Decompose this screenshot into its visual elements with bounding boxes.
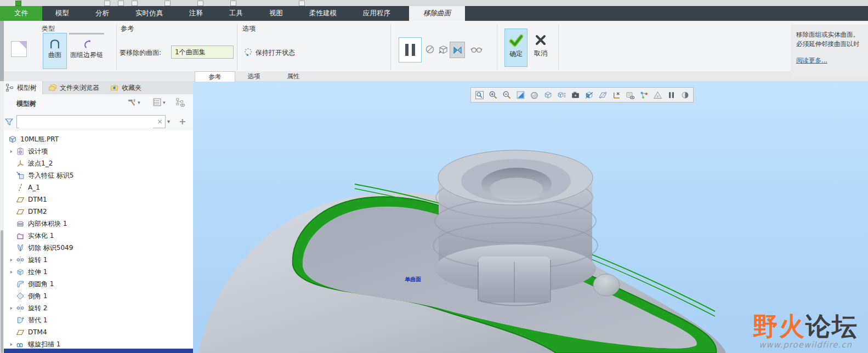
- navigator-tab-favorites[interactable]: 收藏夹: [105, 81, 147, 94]
- tree-item[interactable]: DTM2: [9, 206, 47, 218]
- quick-access-icon[interactable]: [164, 1, 171, 6]
- tree-item[interactable]: 导入特征 标识5: [9, 169, 73, 181]
- tree-item[interactable]: 螺旋扫描 1: [9, 338, 60, 349]
- quick-access-icon[interactable]: [118, 1, 124, 6]
- pause-icon: [667, 90, 676, 100]
- filter-funnel-icon[interactable]: [4, 117, 14, 127]
- quick-access-icon[interactable]: [299, 1, 305, 6]
- saved-orientations-button[interactable]: [555, 89, 568, 101]
- selection-label: 单曲面: [405, 276, 421, 283]
- ok-button[interactable]: 确定: [504, 29, 527, 67]
- tree-scrollbar[interactable]: [0, 81, 4, 353]
- tree-settings-button[interactable]: ▾: [152, 98, 166, 107]
- tree-item[interactable]: 10ML瓶.PRT: [8, 133, 59, 145]
- tree-item[interactable]: 旋转 2: [9, 302, 47, 314]
- axis-display-button[interactable]: [610, 89, 623, 101]
- pause-button[interactable]: [665, 89, 678, 101]
- display-style-button[interactable]: [541, 89, 554, 101]
- feature-icon: [11, 41, 27, 57]
- render-style-button[interactable]: [527, 89, 541, 101]
- tree-item[interactable]: 设计项: [9, 145, 48, 157]
- datum-display-button[interactable]: [596, 89, 609, 101]
- clear-filter-icon[interactable]: ×: [157, 117, 163, 126]
- filter-dropdown-icon[interactable]: ▾: [167, 118, 170, 124]
- attached-preview-button[interactable]: [450, 42, 465, 58]
- trim-icon: [16, 243, 25, 252]
- surfaces-to-remove-field[interactable]: 1个曲面集: [171, 45, 234, 59]
- cancel-button[interactable]: 取消: [530, 29, 552, 67]
- section-button[interactable]: [582, 89, 595, 101]
- replace-icon: [16, 316, 25, 324]
- tree-item[interactable]: 波点1_2: [9, 157, 53, 169]
- surface-type-button[interactable]: 曲面: [43, 33, 67, 69]
- pause-feature-button[interactable]: [399, 37, 422, 62]
- quick-access-icon[interactable]: [132, 1, 138, 6]
- tree-item[interactable]: 切除 标识5049: [9, 242, 73, 254]
- import-feature-icon: [16, 171, 25, 180]
- preview-glasses-button[interactable]: [466, 42, 487, 57]
- folder-browser-icon: [48, 83, 57, 92]
- dashboard-tab-references[interactable]: 参考: [195, 71, 235, 82]
- tree-tools-button[interactable]: ▾: [127, 98, 140, 107]
- expand-arrow-icon[interactable]: [9, 258, 16, 263]
- menu-tab-analysis[interactable]: 分析: [82, 6, 122, 21]
- graphics-viewport[interactable]: 单曲面 野火论坛 www.proewildfire.cn: [193, 81, 868, 353]
- annotation-display-button[interactable]: [623, 89, 637, 101]
- tree-item[interactable]: 拉伸 1: [9, 266, 47, 278]
- navigator-tab-folder-browser[interactable]: 文件夹浏览器: [43, 81, 105, 94]
- tree-filter-input[interactable]: [19, 116, 153, 128]
- tree-item[interactable]: 内部体积块 1: [9, 218, 67, 230]
- tree-item[interactable]: 实体化 1: [9, 230, 54, 242]
- menu-tab-model[interactable]: 模型: [42, 6, 82, 21]
- tree-item[interactable]: DTM1: [9, 193, 47, 206]
- navigator-tab-model-tree[interactable]: 模型树: [0, 81, 43, 94]
- expand-arrow-glyph: [9, 270, 14, 275]
- menu-tab-applications[interactable]: 应用程序: [350, 6, 404, 21]
- menu-tab-remove-surface[interactable]: 移除曲面: [409, 6, 465, 21]
- expand-arrow-glyph: [9, 149, 14, 154]
- tree-item[interactable]: 旋转 1: [9, 254, 47, 266]
- no-preview-button[interactable]: [423, 43, 436, 56]
- tree-item[interactable]: 倒角 1: [9, 290, 47, 302]
- read-more-link[interactable]: 阅读更多...: [796, 56, 827, 64]
- dashboard-tab-properties[interactable]: 属性: [274, 71, 313, 81]
- zoom-out-button[interactable]: [500, 89, 513, 101]
- menu-tab-tools[interactable]: 工具: [216, 6, 256, 21]
- refit-button[interactable]: [514, 89, 527, 101]
- menu-tab-file[interactable]: 文件: [0, 6, 42, 21]
- loop-boundary-chain-button[interactable]: 面组边界链: [69, 33, 104, 69]
- menu-tab-annotate[interactable]: 注释: [176, 6, 216, 21]
- clipping-button[interactable]: [678, 89, 691, 101]
- quick-access-icon[interactable]: [104, 1, 110, 6]
- tree-search-button[interactable]: [175, 98, 185, 107]
- view-manager-button[interactable]: [569, 89, 582, 101]
- datum-plane-icon: [16, 207, 25, 216]
- zoom-in-button[interactable]: [486, 89, 500, 101]
- menu-tab-flexible-modeling[interactable]: 柔性建模: [296, 6, 350, 21]
- zoom-window-button[interactable]: [473, 89, 486, 101]
- keep-open-label[interactable]: 保持打开状态: [256, 48, 295, 58]
- expand-arrow-icon[interactable]: [9, 149, 16, 154]
- quick-access-icon[interactable]: [230, 1, 236, 6]
- perspective-button[interactable]: [651, 89, 664, 101]
- menu-tab-live-sim[interactable]: 实时仿真: [122, 6, 176, 21]
- spin-center-icon: [639, 90, 649, 100]
- tree-item[interactable]: DTM4: [9, 326, 47, 338]
- expand-arrow-icon[interactable]: [9, 270, 16, 275]
- unattached-preview-button[interactable]: [436, 43, 450, 56]
- tree-filter-input-wrap: ×: [16, 115, 166, 128]
- zoom-out-icon: [502, 90, 512, 100]
- menu-tab-view[interactable]: 视图: [256, 6, 296, 21]
- add-filter-icon[interactable]: +: [179, 116, 186, 127]
- spin-center-button[interactable]: [637, 89, 650, 101]
- expand-arrow-icon[interactable]: [9, 342, 16, 347]
- tree-item[interactable]: 替代 1: [9, 314, 47, 326]
- expand-arrow-icon[interactable]: [9, 306, 16, 311]
- tree-item[interactable]: 倒圆角 1: [9, 278, 54, 290]
- tree-item[interactable]: A_1: [9, 181, 40, 193]
- no-preview-icon: [425, 44, 435, 54]
- tree-item-label: 波点1_2: [28, 159, 53, 168]
- expand-arrow-glyph: [9, 258, 14, 263]
- quick-access-icon[interactable]: [197, 1, 203, 6]
- dashboard-tab-options[interactable]: 选项: [234, 71, 274, 81]
